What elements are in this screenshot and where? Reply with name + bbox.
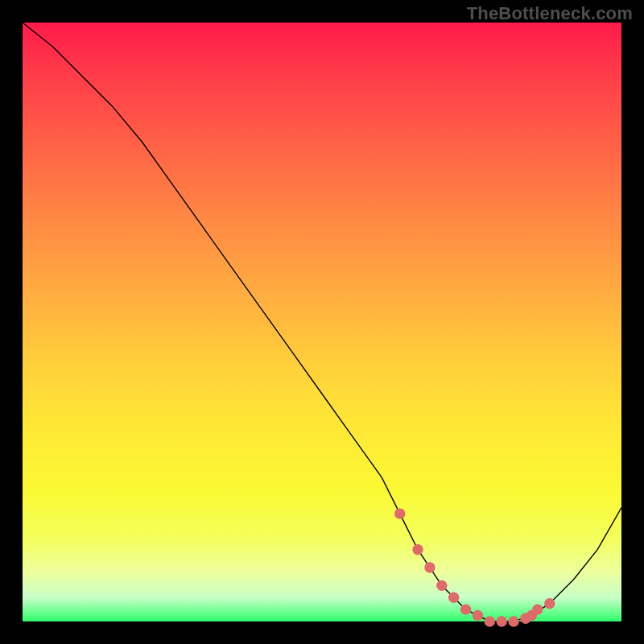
valley-marker: [460, 604, 471, 614]
valley-marker: [424, 562, 435, 572]
valley-marker: [497, 616, 507, 626]
valley-marker: [436, 580, 447, 591]
valley-marker: [532, 604, 543, 614]
valley-marker: [508, 616, 518, 626]
valley-markers: [394, 508, 555, 626]
valley-marker: [473, 610, 483, 621]
chart-container: TheBottleneck.com: [0, 0, 644, 644]
valley-marker: [544, 598, 555, 609]
valley-marker: [448, 592, 459, 603]
watermark-text: TheBottleneck.com: [467, 3, 633, 24]
valley-marker: [412, 544, 423, 555]
valley-marker: [485, 616, 495, 626]
valley-marker: [394, 508, 405, 518]
curve-svg: [23, 23, 621, 621]
plot-area: [23, 23, 621, 621]
bottleneck-curve: [23, 23, 621, 621]
